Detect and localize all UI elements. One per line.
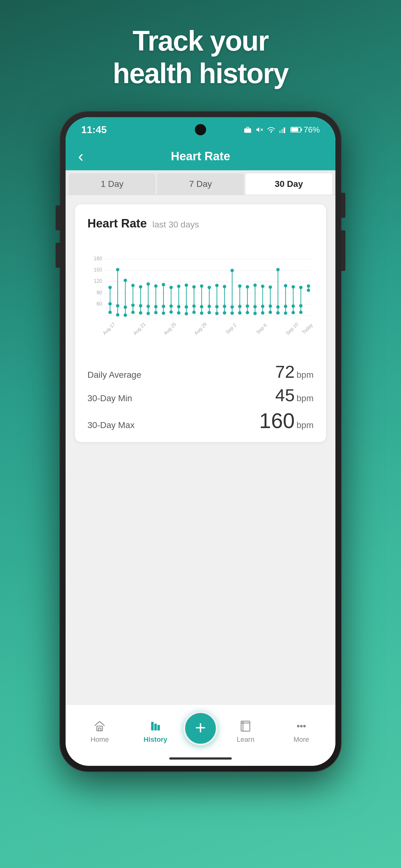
heart-rate-chart: 180 150 120 90 60 [88,237,313,355]
svg-text:60: 60 [97,301,102,307]
svg-point-36 [131,303,135,307]
stat-label-max: 30-Day Max [88,420,135,430]
svg-point-66 [192,285,196,289]
side-button-1 [341,193,345,218]
svg-point-30 [124,279,127,282]
svg-point-58 [177,285,180,288]
header-title: Heart Rate [171,150,230,163]
svg-point-35 [131,311,135,314]
svg-point-43 [146,312,150,315]
svg-point-24 [108,302,112,306]
svg-point-86 [231,269,234,272]
side-button-2 [341,230,345,271]
svg-point-79 [215,312,219,315]
nav-item-history[interactable]: History [128,719,183,744]
svg-point-98 [253,283,257,287]
page-title: Track your health history [113,25,288,90]
svg-text:180: 180 [94,256,102,261]
svg-point-122 [299,286,303,289]
svg-rect-140 [157,725,160,731]
svg-point-114 [284,284,287,287]
svg-point-48 [154,305,158,308]
add-icon: + [195,718,206,737]
nav-item-learn[interactable]: Learn [218,719,274,744]
svg-point-55 [169,310,173,314]
svg-point-84 [223,305,226,308]
svg-point-94 [246,285,249,289]
svg-point-42 [146,282,150,286]
svg-point-104 [261,305,265,308]
svg-point-91 [238,311,241,315]
svg-point-123 [299,311,303,314]
svg-point-74 [208,286,211,289]
svg-point-50 [162,283,165,286]
svg-point-124 [299,304,303,307]
svg-point-60 [177,305,180,308]
svg-text:120: 120 [94,278,102,284]
svg-point-119 [291,311,295,314]
stat-value-daily: 72 bpm [275,362,313,382]
svg-point-103 [261,311,265,315]
svg-text:Aug 21: Aug 21 [132,321,146,336]
bottom-nav: Home History + [66,705,335,755]
svg-point-54 [169,286,173,289]
nav-item-more[interactable]: More [274,719,330,744]
stat-unit-daily: bpm [297,370,313,380]
svg-text:Sep 2: Sep 2 [225,322,237,335]
svg-point-118 [291,285,295,289]
nav-item-home[interactable]: Home [72,719,128,744]
phone-wrapper: 11:45 [60,112,341,771]
stat-number-max: 160 [259,408,295,433]
svg-point-102 [261,285,265,288]
battery-percent: 76% [304,125,320,135]
svg-point-64 [185,305,188,309]
svg-point-71 [200,312,203,315]
stat-label-min: 30-Day Min [88,393,132,403]
svg-text:150: 150 [94,267,102,273]
svg-point-142 [297,725,300,727]
svg-point-3 [270,131,272,133]
svg-text:Aug 25: Aug 25 [163,321,177,336]
svg-text:Sep 6: Sep 6 [255,322,268,335]
svg-point-111 [276,311,280,315]
mute-icon [256,126,263,133]
status-time: 11:45 [81,124,107,135]
tab-30day[interactable]: 30 Day [245,174,332,195]
signal-icon [279,126,287,133]
chart-area: 180 150 120 90 60 [88,237,313,355]
svg-rect-4 [279,131,281,133]
svg-point-39 [139,311,142,315]
svg-point-31 [124,313,127,317]
svg-text:Aug 29: Aug 29 [193,321,207,336]
svg-point-116 [284,305,287,308]
nav-label-learn: Learn [237,736,254,744]
stat-value-min: 45 bpm [275,385,313,405]
tab-7day[interactable]: 7 Day [157,174,244,195]
svg-point-100 [253,305,257,308]
svg-rect-137 [98,728,101,731]
svg-rect-138 [151,722,154,731]
back-button[interactable]: ‹ [78,148,83,164]
svg-point-56 [169,304,173,308]
stat-row-daily: Daily Average 72 bpm [88,362,313,382]
nav-add-button[interactable]: + [183,711,218,746]
svg-point-83 [223,311,226,315]
status-bar: 11:45 [66,117,335,142]
svg-point-143 [300,725,303,727]
svg-point-72 [200,305,203,308]
svg-rect-136 [97,726,102,731]
app-header: ‹ Heart Rate [66,142,335,170]
svg-text:Aug 17: Aug 17 [101,321,116,336]
status-icons: 76% [244,125,320,135]
phone-screen: 11:45 [66,117,335,766]
svg-point-106 [269,286,272,289]
camera-notch [195,124,206,135]
svg-text:Sep 10: Sep 10 [285,321,299,336]
svg-point-110 [276,268,280,271]
home-icon [93,719,106,733]
stat-value-max: 160 bpm [259,408,313,433]
tab-1day[interactable]: 1 Day [69,174,156,195]
svg-point-115 [284,312,287,315]
svg-point-26 [116,268,119,271]
svg-point-27 [116,313,119,316]
